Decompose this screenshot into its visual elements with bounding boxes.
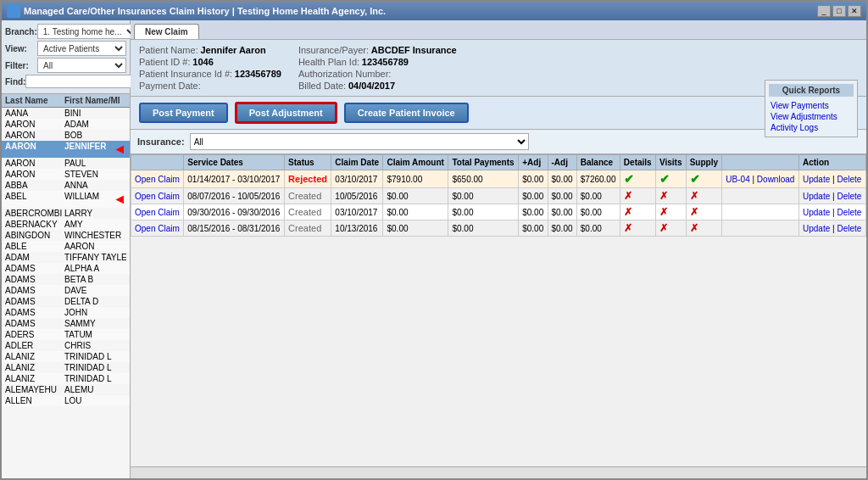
create-invoice-button[interactable]: Create Patient Invoice xyxy=(344,103,469,123)
billed-date-row: Billed Date: 04/04/2017 xyxy=(298,81,457,91)
patient-first-name: DAVE xyxy=(64,286,126,295)
patient-row[interactable]: ADAMSDAVE xyxy=(2,285,130,296)
app-icon xyxy=(7,4,20,18)
patient-first-name: BINI xyxy=(64,109,126,118)
update-link[interactable]: Update xyxy=(803,192,830,201)
open-claim-link[interactable]: Open Claim xyxy=(135,192,180,201)
patient-row[interactable]: ABERNACKYAMY xyxy=(2,219,130,230)
find-input[interactable] xyxy=(25,75,138,88)
patient-last-name: ALANIZ xyxy=(5,363,64,372)
activity-logs-link[interactable]: Activity Logs xyxy=(769,122,854,133)
patient-row[interactable]: ALEMAYEHUALEMU xyxy=(2,384,130,395)
patient-first-name: JOHN xyxy=(64,308,126,317)
info-col-left: Patient Name: Jennifer Aaron Patient ID … xyxy=(139,45,281,91)
auth-label: Authorization Number: xyxy=(298,69,391,79)
table-row: Open Claim08/07/2016 - 10/05/2016Created… xyxy=(131,188,866,204)
insurance-filter-select[interactable]: All xyxy=(190,133,529,150)
plus-adj-cell: $0.00 xyxy=(519,188,548,204)
update-link[interactable]: Update xyxy=(803,208,830,217)
patient-row[interactable]: AARONPAUL xyxy=(2,158,130,169)
col-last-name: Last Name xyxy=(5,96,64,105)
update-link[interactable]: Update xyxy=(803,224,830,233)
open-claim-link[interactable]: Open Claim xyxy=(135,175,180,184)
claims-table: Service Dates Status Claim Date Claim Am… xyxy=(131,154,866,237)
th-total-payments: Total Payments xyxy=(448,155,519,170)
patient-id-row: Patient ID #: 1046 xyxy=(139,57,281,67)
patient-id-value: 1046 xyxy=(192,57,213,67)
branch-select[interactable]: 1. Testing home he... xyxy=(37,24,138,39)
patient-first-name: SAMMY xyxy=(64,319,126,328)
patient-row[interactable]: ADAMSBETA B xyxy=(2,274,130,285)
view-adjustments-link[interactable]: View Adjustments xyxy=(769,111,854,122)
patient-row[interactable]: ADERSTATUM xyxy=(2,329,130,340)
filter-select[interactable]: All xyxy=(37,58,126,73)
ub04-link[interactable]: UB-04 xyxy=(726,175,749,184)
post-payment-button[interactable]: Post Payment xyxy=(139,103,228,123)
download-link[interactable]: Download xyxy=(757,175,794,184)
minus-adj-cell: $0.00 xyxy=(548,204,576,220)
horizontal-scrollbar[interactable] xyxy=(131,466,866,478)
patient-last-name: ADAMS xyxy=(5,297,64,306)
patient-row[interactable]: ABBAANNA xyxy=(2,180,130,191)
patient-row[interactable]: ALANIZTRINIDAD L xyxy=(2,373,130,384)
patient-row[interactable]: AARONSTEVEN xyxy=(2,169,130,180)
maximize-button[interactable]: □ xyxy=(832,5,846,17)
patient-row[interactable]: ABERCROMBILARRY xyxy=(2,208,130,219)
patient-row[interactable]: AANABINI xyxy=(2,108,130,119)
patient-first-name: TRINIDAD L xyxy=(64,374,126,383)
patient-row[interactable]: ABINGDONWINCHESTER xyxy=(2,230,130,241)
view-payments-link[interactable]: View Payments xyxy=(769,100,854,111)
new-claim-tab[interactable]: New Claim xyxy=(134,24,199,39)
patient-last-name: AARON xyxy=(5,120,64,129)
th-service-dates: Service Dates xyxy=(184,155,285,170)
view-select[interactable]: Active Patients xyxy=(37,41,126,56)
patient-first-name: TRINIDAD L xyxy=(64,352,126,361)
patient-row[interactable]: ABELWILLIAM◄ xyxy=(2,191,130,208)
open-claim-link[interactable]: Open Claim xyxy=(135,224,180,233)
update-link[interactable]: Update xyxy=(803,175,830,184)
details-cell: ✗ xyxy=(620,188,655,204)
th-plus-adj: +Adj xyxy=(519,155,548,170)
patient-row[interactable]: AARONADAM xyxy=(2,119,130,130)
status-badge: Created xyxy=(288,207,321,217)
patient-row[interactable]: ALLENLOU xyxy=(2,395,130,406)
patient-row[interactable]: ADAMSALPHA A xyxy=(2,263,130,274)
patient-row[interactable]: ADAMSDELTA D xyxy=(2,296,130,307)
th-ub xyxy=(722,155,799,170)
patient-last-name: AARON xyxy=(5,131,64,140)
table-row: Open Claim09/30/2016 - 09/30/2016Created… xyxy=(131,204,866,220)
patient-row[interactable]: ADAMSJOHN xyxy=(2,307,130,318)
patient-row[interactable]: ALANIZTRINIDAD L xyxy=(2,362,130,373)
patient-first-name: WINCHESTER xyxy=(64,231,126,240)
post-adjustment-button[interactable]: Post Adjustment xyxy=(235,102,337,124)
details-icon: ✗ xyxy=(624,206,632,218)
patient-row[interactable]: ADAMTIFFANY TAYLER xyxy=(2,252,130,263)
patient-row[interactable]: AARONBOB xyxy=(2,130,130,141)
patient-row[interactable]: AARONJENNIFER◄ xyxy=(2,141,130,158)
close-button[interactable]: ✕ xyxy=(848,5,861,17)
delete-link[interactable]: Delete xyxy=(837,175,861,184)
minimize-button[interactable]: _ xyxy=(817,5,831,17)
patient-row[interactable]: ADAMSSAMMY xyxy=(2,318,130,329)
delete-link[interactable]: Delete xyxy=(837,224,861,233)
tab-bar: New Claim xyxy=(131,20,866,40)
patient-row[interactable]: ABLEAARON xyxy=(2,241,130,252)
open-claim-link[interactable]: Open Claim xyxy=(135,208,180,217)
claim-amount-cell: $0.00 xyxy=(383,220,448,237)
patient-last-name: ABLE xyxy=(5,242,64,251)
minus-adj-cell: $0.00 xyxy=(548,170,576,188)
payment-date-label: Payment Date: xyxy=(139,81,201,91)
patient-last-name: ALANIZ xyxy=(5,374,64,383)
status-badge: Rejected xyxy=(288,174,327,184)
right-panel: Quick Reports View Payments View Adjustm… xyxy=(131,20,866,478)
patient-row[interactable]: ALANIZTRINIDAD L xyxy=(2,351,130,362)
left-controls: Branch: 1. Testing home he... View: Acti… xyxy=(2,20,130,94)
delete-link[interactable]: Delete xyxy=(837,192,861,201)
claims-table-wrapper: Service Dates Status Claim Date Claim Am… xyxy=(131,154,866,466)
supply-icon: ✗ xyxy=(690,222,698,234)
patient-row[interactable]: ADLERCHRIS xyxy=(2,340,130,351)
filter-row: Filter: All xyxy=(5,58,126,73)
delete-link[interactable]: Delete xyxy=(837,208,861,217)
th-claim-date: Claim Date xyxy=(331,155,383,170)
visits-cell: ✗ xyxy=(655,188,686,204)
